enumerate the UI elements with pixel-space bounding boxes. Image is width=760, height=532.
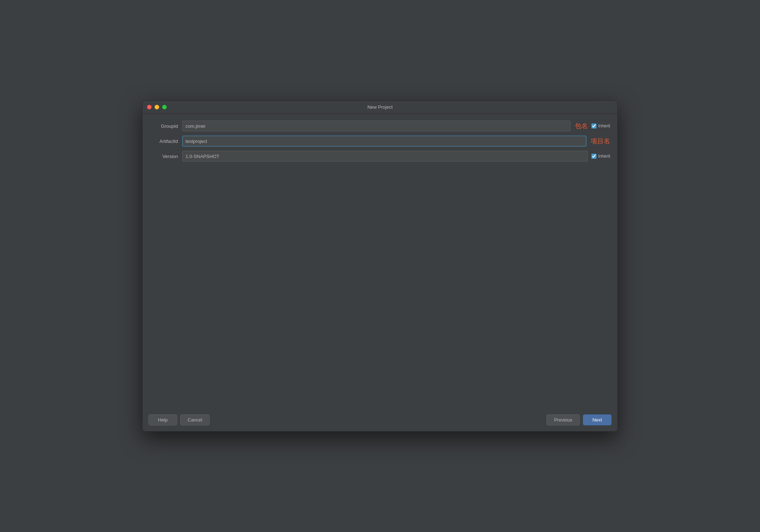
version-inherit-label: Inherit	[598, 154, 610, 159]
traffic-lights	[147, 105, 167, 109]
close-button[interactable]	[147, 105, 152, 109]
title-bar: New Project	[143, 101, 617, 114]
groupid-inherit-label: Inherit	[598, 123, 610, 129]
content-area: GroupId 包名 Inherit ArtifactId 项目名	[143, 114, 617, 410]
artifactid-input-wrapper: 项目名	[182, 136, 610, 146]
maximize-button[interactable]	[162, 105, 167, 109]
groupid-inherit-checkbox[interactable]	[591, 123, 596, 129]
window-title: New Project	[367, 104, 393, 110]
help-button[interactable]: Help	[148, 414, 177, 425]
groupid-row: GroupId 包名 Inherit	[150, 120, 610, 132]
artifactid-label: ArtifactId	[150, 139, 182, 144]
groupid-label: GroupId	[150, 123, 182, 129]
groupid-input-wrapper: 包名	[182, 121, 588, 131]
artifactid-input[interactable]	[182, 136, 586, 146]
cancel-button[interactable]: Cancel	[180, 414, 210, 425]
minimize-button[interactable]	[155, 105, 159, 109]
footer-right: Previous Next	[546, 414, 612, 425]
new-project-dialog: New Project GroupId 包名 Inherit ArtifactI…	[142, 100, 618, 432]
artifactid-row: ArtifactId 项目名	[150, 135, 610, 148]
version-label: Version	[150, 154, 182, 159]
version-inherit-wrapper: Inherit	[591, 154, 610, 159]
groupid-annotation: 包名	[575, 122, 588, 130]
groupid-input[interactable]	[182, 121, 571, 131]
version-input-wrapper	[182, 151, 588, 162]
artifactid-annotation: 项目名	[591, 137, 610, 145]
footer: Help Cancel Previous Next	[143, 410, 617, 431]
version-row: Version Inherit	[150, 150, 610, 163]
next-button[interactable]: Next	[583, 414, 612, 425]
previous-button[interactable]: Previous	[546, 414, 580, 425]
version-inherit-checkbox[interactable]	[591, 154, 596, 159]
form-area: GroupId 包名 Inherit ArtifactId 项目名	[150, 120, 610, 165]
version-input[interactable]	[182, 151, 588, 162]
groupid-inherit-wrapper: Inherit	[591, 123, 610, 129]
footer-left: Help Cancel	[148, 414, 210, 425]
